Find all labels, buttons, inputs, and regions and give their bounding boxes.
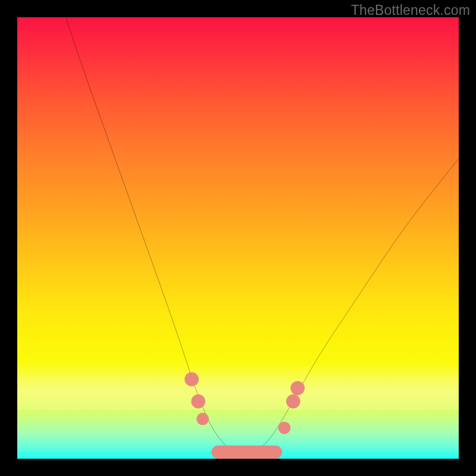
watermark-text: TheBottleneck.com [351,2,470,18]
plot-area [17,17,459,459]
marker-dot [290,381,305,395]
marker-dot [184,372,199,387]
curve-svg [17,17,459,459]
marker-dot [196,413,209,425]
marker-dot [286,394,300,409]
bottleneck-curve [66,17,459,455]
marker-capsule [211,446,282,459]
marker-dot [278,422,291,434]
chart-frame: TheBottleneck.com [0,0,476,476]
marker-dot [191,394,205,409]
